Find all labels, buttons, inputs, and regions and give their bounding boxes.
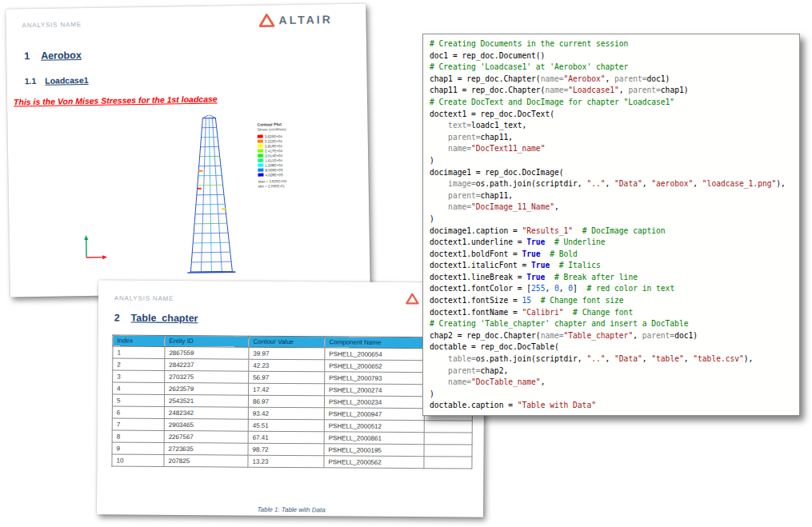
table-cell: 13.23 bbox=[248, 455, 324, 468]
contour-legend: Contour Plot Stress (vonMises) 3.625E+04… bbox=[257, 122, 314, 190]
chapter-heading-aerobox: 1Aerobox bbox=[24, 50, 82, 62]
code-line: ) bbox=[430, 214, 796, 226]
table-cell: 2703275 bbox=[165, 370, 249, 383]
code-line: table=os.path.join(scriptdir, "..", "Dat… bbox=[430, 353, 796, 365]
table-cell: 5 bbox=[112, 394, 164, 406]
legend-color-swatch bbox=[258, 154, 263, 158]
code-line: doctext1.boldFont = True # Bold bbox=[430, 249, 796, 261]
legend-subtitle: Stress (vonMises) bbox=[258, 127, 314, 133]
code-line: ) bbox=[430, 389, 796, 401]
table-cell: 7 bbox=[112, 418, 164, 430]
legend-color-swatch bbox=[258, 159, 263, 162]
code-line: # Creating Documents in the current sess… bbox=[430, 38, 796, 50]
table-cell: 93.42 bbox=[248, 407, 324, 420]
code-line: name="DocImage_11_Name", bbox=[430, 202, 796, 214]
table-cell: 2723635 bbox=[164, 442, 248, 455]
table-cell: PSHELL_2000652 bbox=[325, 360, 425, 373]
legend-value-label: 1.611E+04 bbox=[265, 158, 282, 162]
table-cell bbox=[424, 433, 472, 445]
legend-color-swatch bbox=[258, 135, 263, 138]
altair-triangle-icon bbox=[406, 292, 419, 304]
code-line: parent=chap2, bbox=[430, 365, 796, 377]
legend-entry: 4.028E+03 bbox=[258, 172, 314, 178]
heading-title: Table_chapter bbox=[131, 313, 198, 325]
table-cell: 2543521 bbox=[164, 394, 248, 407]
subheading-title: Loadcase1 bbox=[45, 75, 88, 86]
legend-color-swatch bbox=[258, 174, 263, 177]
code-line: parent=chap11, bbox=[430, 190, 796, 202]
table-cell: 17.42 bbox=[249, 383, 325, 396]
table-cell: 45.51 bbox=[248, 419, 324, 432]
contour-mesh-image bbox=[166, 114, 256, 277]
table-body: 1286755939.97PSHELL_20006542284223742.23… bbox=[112, 346, 473, 469]
table-cell: PSHELL_2000195 bbox=[324, 444, 424, 457]
table-cell: PSHELL_2000654 bbox=[325, 348, 425, 361]
table-cell: PSHELL_2000234 bbox=[324, 396, 424, 409]
table-cell: PSHELL_2000793 bbox=[325, 372, 425, 385]
code-line: docimage1 = rep_doc.DocImage( bbox=[430, 167, 796, 179]
table-cell: 42.23 bbox=[249, 359, 325, 372]
table-header-cell: Index bbox=[113, 335, 165, 346]
code-line: doctable.caption = "Table with Data" bbox=[430, 400, 796, 412]
legend-color-swatch bbox=[258, 150, 263, 153]
table-cell bbox=[424, 445, 472, 457]
loadcase-note-text: This is the Von Mises Stresses for the 1… bbox=[14, 94, 218, 106]
table-cell: 9 bbox=[112, 442, 164, 454]
page1-header-label: ANALYSIS NAME bbox=[22, 21, 81, 29]
table-header-cell: Contour Value bbox=[249, 336, 325, 348]
legend-value-label: 8.056E+03 bbox=[265, 168, 282, 172]
legend-color-swatch bbox=[258, 140, 263, 143]
code-line: text=loadc1_text, bbox=[430, 120, 796, 132]
table-cell: 4 bbox=[113, 382, 165, 394]
altair-logo-text: ALTAIR bbox=[278, 13, 332, 26]
code-line: ) bbox=[430, 155, 796, 167]
table-cell: 207825 bbox=[164, 454, 248, 467]
table-cell: 6 bbox=[112, 406, 164, 418]
axis-triad-icon bbox=[82, 232, 111, 263]
table-cell: PSHELL_2000274 bbox=[325, 384, 425, 397]
table-cell: 2267567 bbox=[164, 430, 248, 443]
legend-color-swatch bbox=[258, 169, 263, 172]
code-line: parent=chap11, bbox=[430, 132, 796, 144]
page2-header-label: ANALYSIS NAME bbox=[114, 294, 174, 302]
table-cell: 56.97 bbox=[249, 371, 325, 384]
table-cell: 39.97 bbox=[249, 347, 325, 360]
legend-footer-line: Min = 2.060E-01 bbox=[258, 184, 314, 190]
table-cell: 2842237 bbox=[165, 358, 249, 371]
legend-value-label: 2.819E+04 bbox=[265, 144, 282, 148]
code-line: image=os.path.join(scriptdir, "..", "Dat… bbox=[430, 178, 796, 190]
table-row: 1020782513.23PSHELL_2000562 bbox=[112, 454, 472, 469]
contour-plot-figure: Contour Plot Stress (vonMises) 3.625E+04… bbox=[55, 108, 338, 289]
table-cell: PSHELL_2000562 bbox=[324, 456, 424, 469]
subheading-number: 1.1 bbox=[25, 76, 37, 86]
code-line: chap2 = rep_doc.Chapter(name="Table_chap… bbox=[430, 330, 796, 342]
table-cell: PSHELL_2000861 bbox=[324, 432, 424, 445]
code-line: # Creating 'Loadcase1' at 'Aerobox' chap… bbox=[430, 62, 796, 74]
legend-value-label: 2.417E+04 bbox=[265, 149, 282, 153]
table-cell bbox=[424, 421, 472, 433]
table-cell: PSHELL_2000512 bbox=[324, 420, 424, 433]
code-line: doctext1.lineBreak = True # Break after … bbox=[430, 272, 796, 284]
table-cell: 10 bbox=[112, 454, 164, 466]
legend-value-label: 2.014E+04 bbox=[265, 154, 282, 158]
code-line: doctext1.italicFont = True # Italics bbox=[430, 260, 796, 272]
table-cell: 2482342 bbox=[164, 406, 248, 419]
chapter-heading-table: 2Table_chapter bbox=[114, 312, 198, 324]
table-cell: 2867559 bbox=[165, 346, 249, 359]
legend-color-swatch bbox=[258, 145, 263, 148]
code-line: doctext1.fontColor = [255, 0, 0] # red c… bbox=[430, 283, 796, 295]
altair-logo: ALTAIR bbox=[258, 12, 333, 27]
table-cell: 1 bbox=[113, 346, 165, 358]
table-cell: PSHELL_2000947 bbox=[324, 408, 424, 421]
table-cell bbox=[424, 457, 472, 469]
table-cell: 2623579 bbox=[165, 382, 249, 395]
code-line: doc1 = rep_doc.Document() bbox=[430, 50, 796, 62]
legend-entries: 3.625E+043.222E+042.819E+042.417E+042.01… bbox=[258, 134, 314, 178]
data-table: IndexEntity IDContour ValueComponent Nam… bbox=[111, 334, 473, 469]
code-panel: # Creating Documents in the current sess… bbox=[422, 34, 800, 416]
table-caption: Table 1: Table with Data bbox=[111, 505, 471, 514]
table-cell: 3 bbox=[113, 370, 165, 382]
legend-value-label: 3.222E+04 bbox=[265, 139, 282, 143]
code-line: doctext1.underline = True # Underline bbox=[430, 237, 796, 249]
code-line: doctext1.fontName = "Calibri" # Change f… bbox=[430, 307, 796, 319]
